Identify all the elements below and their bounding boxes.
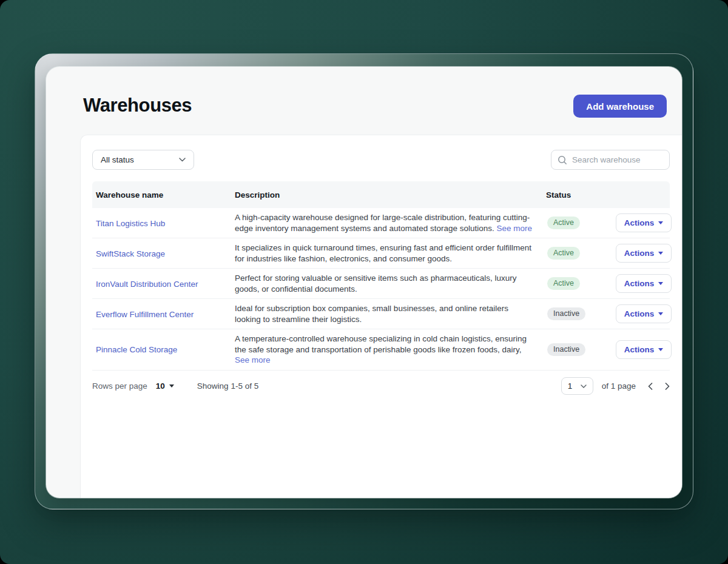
caret-down-icon [169,384,174,388]
table-row: SwiftStack Storage It specializes in qui… [92,238,670,269]
table-footer: Rows per page 10 Showing 1-5 of 5 1 [92,371,670,402]
actions-button[interactable]: Actions [616,340,672,359]
warehouse-description: A temperature-controlled warehouse speci… [235,334,546,366]
caret-down-icon [658,252,663,255]
status-badge: Active [547,247,580,260]
app-window: Warehouses Add warehouse All status [46,67,682,498]
status-badge: Inactive [547,343,585,357]
caret-down-icon [658,348,663,351]
rows-per-page-select[interactable]: 10 [156,381,174,391]
add-warehouse-button-label: Add warehouse [586,101,654,112]
table-row: Titan Logistics Hub A high-capacity ware… [92,208,670,238]
desktop-background: Warehouses Add warehouse All status [0,0,728,564]
actions-button[interactable]: Actions [616,274,672,293]
caret-down-icon [658,312,663,315]
table-row: Pinnacle Cold Storage A temperature-cont… [92,329,670,371]
warehouse-name-link[interactable]: IronVault Distribution Center [96,280,198,289]
warehouse-description: Perfect for storing valuable or sensitiv… [235,273,546,294]
warehouse-name-link[interactable]: Everflow Fulfillment Center [96,310,194,319]
table-header-row: Warehouse name Description Status [92,181,670,208]
warehouse-table-panel: All status Warehouse name [80,135,682,498]
of-pages-text: of 1 page [602,381,636,391]
status-badge: Active [547,277,580,290]
page-number-select[interactable]: 1 [561,377,593,395]
window-frame: Warehouses Add warehouse All status [35,53,693,509]
warehouse-table: Warehouse name Description Status Titan … [92,181,670,371]
actions-button[interactable]: Actions [616,213,672,232]
column-header-description: Description [235,190,546,200]
add-warehouse-button[interactable]: Add warehouse [573,95,667,118]
pagination-controls: 1 of 1 page [561,377,670,395]
warehouse-description: A high-capacity warehouse designed for l… [235,212,546,233]
page-title: Warehouses [83,95,192,116]
status-filter-select[interactable]: All status [92,150,194,170]
table-row: Everflow Fulfillment Center Ideal for su… [92,299,670,329]
search-warehouse-box [551,150,670,170]
pagination-summary: Rows per page 10 Showing 1-5 of 5 [92,381,258,391]
status-filter-value: All status [101,155,134,164]
warehouse-name-link[interactable]: SwiftStack Storage [96,249,165,258]
see-more-link[interactable]: See more [235,355,271,364]
caret-down-icon [658,282,663,285]
showing-range-text: Showing 1-5 of 5 [197,381,258,391]
previous-page-button[interactable] [648,383,653,390]
column-header-status: Status [546,190,611,200]
table-row: IronVault Distribution Center Perfect fo… [92,269,670,299]
column-header-warehouse-name: Warehouse name [92,190,235,200]
next-page-button[interactable] [665,383,670,390]
search-icon [558,155,567,165]
table-toolbar: All status [92,150,670,170]
status-badge: Active [547,217,580,230]
chevron-left-icon [648,383,653,390]
chevron-down-icon [179,158,186,162]
chevron-right-icon [665,383,670,390]
search-warehouse-input[interactable] [572,155,663,164]
actions-button[interactable]: Actions [616,244,672,263]
status-badge: Inactive [547,307,585,321]
warehouse-name-link[interactable]: Pinnacle Cold Storage [96,345,177,354]
see-more-link[interactable]: See more [497,224,533,233]
rows-per-page-label: Rows per page [92,381,147,391]
warehouse-name-link[interactable]: Titan Logistics Hub [96,219,165,228]
caret-down-icon [658,221,663,224]
actions-button[interactable]: Actions [616,304,672,323]
warehouse-description: It specializes in quick turnaround times… [235,243,546,264]
warehouse-description: Ideal for subscription box companies, sm… [235,303,546,324]
chevron-down-icon [581,384,587,388]
